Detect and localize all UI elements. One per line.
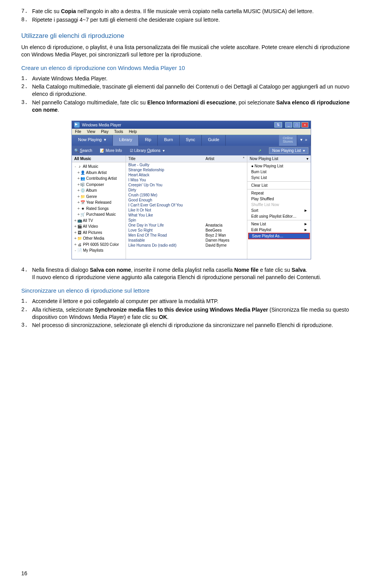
menu-help[interactable]: Help	[129, 130, 137, 134]
tree-item[interactable]: -📄 My Playlists	[73, 247, 124, 254]
table-row[interactable]: Creepin' Up On You	[126, 182, 247, 187]
table-row[interactable]: What You Like	[126, 213, 247, 218]
bold-sync: Synchronize media files to this device u…	[95, 307, 268, 313]
maximize-button[interactable]: □	[293, 122, 300, 128]
step-num: 1.	[21, 75, 32, 82]
menu-item[interactable]: Sort▶	[247, 208, 311, 213]
table-row[interactable]: Good Enough	[126, 198, 247, 203]
tree-item[interactable]: +🖼 All Pictures	[73, 230, 124, 236]
table-row[interactable]: I Miss You	[126, 177, 247, 182]
tree-item[interactable]: +🖨 PPI 6005 5020 Color	[73, 242, 124, 248]
table-row[interactable]: I Can't Ever Get Enough Of You	[126, 203, 247, 208]
tree-item[interactable]: +👤 Album Artist	[73, 170, 124, 176]
table-row[interactable]: Blue - Guilty	[126, 162, 247, 168]
menu-item[interactable]: Clear List	[247, 182, 311, 188]
step-text: Fate clic su Copia nell'angolo in alto a…	[32, 8, 314, 15]
table-row[interactable]: Crush (1980 Me)	[126, 193, 247, 198]
tab-library[interactable]: Library	[113, 135, 139, 146]
step-d1: 1. Accendete il lettore e poi collegatel…	[21, 298, 350, 305]
tree-item[interactable]: +📺 All TV	[73, 218, 124, 224]
menu-separator	[247, 189, 311, 189]
step-text: Avviate Windows Media Player.	[32, 75, 107, 82]
moreinfo-button[interactable]: 📝 More Info	[100, 148, 122, 153]
menu-separator	[247, 220, 311, 220]
step-text: Accendete il lettore e poi collegatelo a…	[32, 298, 218, 305]
open-icon[interactable]: ↗	[258, 148, 261, 153]
bold-elenco: Elenco Informazioni di esecuzione	[147, 99, 236, 106]
table-row[interactable]: Love So RightBeeGees	[126, 228, 247, 233]
step-text: Nel pannello Catalogo multimediale, fate…	[32, 99, 350, 114]
menu-item[interactable]: Edit Playlist▶	[247, 227, 311, 233]
tree-item[interactable]: +📁 Other Media	[73, 235, 124, 242]
tree-item[interactable]: +📁 Genre	[73, 194, 124, 200]
tab-more[interactable]: ▾ »	[297, 135, 311, 146]
step-num: 3.	[21, 99, 32, 114]
menu-view[interactable]: View	[87, 130, 95, 134]
step-d2: 2. Alla richiesta, selezionate Synchroni…	[21, 306, 350, 321]
tab-online-stores[interactable]: OnlineStores	[279, 135, 297, 146]
nowplaying-list-button[interactable]: Now Playing List ▾	[269, 147, 308, 154]
tab-nowplaying[interactable]: Now Playing ▾	[72, 135, 113, 146]
table-row[interactable]: One Day in Your LifeAnastacia	[126, 223, 247, 228]
text-span: Nel pannello Catalogo multimediale, fate…	[32, 99, 147, 106]
menu-file[interactable]: File	[75, 130, 81, 134]
tab-rip[interactable]: Rip	[139, 135, 158, 146]
step-7: 7. Fate clic su Copia nell'angolo in alt…	[21, 8, 350, 15]
step-text: Nella Catalogo multimediale, trascinate …	[32, 83, 350, 98]
table-row[interactable]: Men End Of The RoadBoyz 2 Man	[126, 233, 247, 238]
libopts-button[interactable]: ☑ Library Options ▾	[130, 148, 165, 153]
text-span: Nella finestra di dialogo	[32, 267, 90, 273]
right-header[interactable]: Now Playing List▾	[247, 155, 311, 162]
table-row[interactable]: Heart Attack	[126, 172, 247, 177]
tree-item[interactable]: +📅 Year Released	[73, 199, 124, 206]
table-row[interactable]: Like It Or Not	[126, 208, 247, 213]
minimize-button[interactable]: _	[285, 122, 292, 128]
step-text: Nella finestra di dialogo Salva con nome…	[32, 266, 321, 281]
table-row[interactable]: Strange Relationship	[126, 167, 247, 172]
text-span: Alla richiesta, selezionate	[32, 307, 95, 313]
step-8: 8. Ripetete i passaggi 4~7 per tutti gli…	[21, 16, 350, 24]
text-span: e fate clic su	[259, 267, 292, 273]
menu-item[interactable]: Repeat	[247, 190, 311, 196]
menu-item[interactable]: ● Now Playing List	[247, 163, 311, 169]
tree-item[interactable]: +★ Rated Songs	[73, 206, 124, 212]
menu-item[interactable]: Burn List	[247, 169, 311, 175]
table-row[interactable]: Like Humans Do (radio edit)David Byrne	[126, 243, 247, 248]
step-num: 4.	[21, 266, 32, 281]
tab-burn[interactable]: Burn	[158, 135, 179, 146]
heading-utilizzare: Utilizzare gli elenchi di riproduzione	[21, 32, 350, 40]
tab-sync[interactable]: Sync	[180, 135, 202, 146]
tree-item[interactable]: +🎼 Composer	[73, 182, 124, 188]
table-row[interactable]: Spin	[126, 218, 247, 223]
menu-play[interactable]: Play	[101, 130, 108, 134]
menu-tools[interactable]: Tools	[114, 130, 123, 134]
text-span: , poi selezionate	[236, 99, 276, 106]
table-row[interactable]: Dirty	[126, 187, 247, 193]
tree-item[interactable]: +🛒 Purchased Music	[73, 211, 124, 218]
tree-item[interactable]: +🎬 All Video	[73, 223, 124, 230]
step-num: 3.	[21, 322, 32, 329]
wmp-titlebar[interactable]: Windows Media Player ⇅ _ □ ×	[72, 121, 311, 129]
menu-item[interactable]: New List▶	[247, 221, 311, 227]
wmp-app-icon	[74, 122, 80, 128]
step-num: 2.	[21, 83, 32, 98]
search-control[interactable]: 🔍 Search	[74, 148, 92, 153]
menu-item[interactable]: Sync List	[247, 175, 311, 181]
bold-salva2: Salva	[292, 267, 306, 273]
menu-item[interactable]: Play Shuffled	[247, 196, 311, 202]
tree-item[interactable]: +💿 Album	[73, 187, 124, 194]
tree-item[interactable]: -♪ All Music	[73, 164, 124, 170]
col-artist[interactable]: Artist	[203, 155, 240, 162]
tree-item[interactable]: +👥 Contributing Artist	[73, 176, 124, 182]
right-header-label: Now Playing List	[250, 157, 278, 161]
text-line2: Il nuovo elenco di riproduzione viene ag…	[32, 274, 321, 280]
menu-item[interactable]: Edit using Playlist Editor…	[247, 213, 311, 219]
wmp-tree[interactable]: -♪ All Music +👤 Album Artist +👥 Contribu…	[72, 162, 126, 255]
table-row[interactable]: InsatiableDarren Hayes	[126, 238, 247, 243]
bold-copia: Copia	[61, 8, 76, 14]
close-button[interactable]: ×	[301, 122, 308, 128]
menu-item[interactable]: Save Playlist As…	[248, 233, 310, 239]
col-title[interactable]: Title	[126, 155, 203, 162]
tab-guide[interactable]: Guide	[202, 135, 226, 146]
updown-icon[interactable]: ⇅	[274, 122, 282, 128]
